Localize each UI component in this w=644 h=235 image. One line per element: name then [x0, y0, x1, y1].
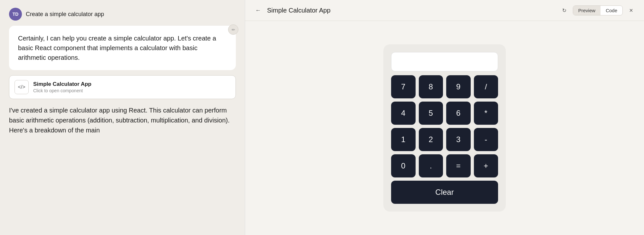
component-code-icon: </>	[14, 80, 29, 94]
chat-header: TD Create a simple calculator app ✏	[9, 8, 236, 21]
tab-code[interactable]: Code	[601, 6, 622, 15]
calc-btn-0[interactable]: 0	[391, 154, 416, 177]
calc-btn-8[interactable]: 8	[419, 75, 443, 98]
calculator: 7 8 9 / 4 5 6 * 1 2 3 - 0 . = + Clea	[383, 44, 506, 212]
calc-buttons: 7 8 9 / 4 5 6 * 1 2 3 - 0 . = + Clea	[391, 75, 498, 204]
panel-title: Simple Calculator App	[267, 7, 555, 14]
header-actions: ↻ Preview Code ×	[559, 5, 636, 15]
calc-btn-decimal[interactable]: .	[419, 154, 443, 177]
left-panel: TD Create a simple calculator app ✏ Cert…	[0, 0, 245, 235]
right-panel: ← Simple Calculator App ↻ Preview Code ×…	[245, 0, 644, 235]
edit-icon: ✏	[232, 27, 235, 32]
back-icon: ←	[255, 7, 261, 14]
calc-display	[391, 52, 498, 71]
tab-preview[interactable]: Preview	[573, 6, 601, 15]
calc-btn-9[interactable]: 9	[446, 75, 471, 98]
back-button[interactable]: ←	[253, 5, 263, 15]
right-header: ← Simple Calculator App ↻ Preview Code ×	[245, 0, 644, 21]
component-name: Simple Calculator App	[33, 81, 91, 87]
edit-button[interactable]: ✏	[228, 24, 238, 35]
calculator-container: 7 8 9 / 4 5 6 * 1 2 3 - 0 . = + Clea	[245, 21, 644, 235]
refresh-icon: ↻	[562, 7, 566, 14]
component-info: Simple Calculator App Click to open comp…	[33, 81, 91, 93]
calc-btn-4[interactable]: 4	[391, 102, 416, 125]
close-button[interactable]: ×	[626, 5, 636, 15]
close-icon: ×	[629, 7, 633, 14]
calc-btn-multiply[interactable]: *	[474, 102, 498, 125]
calc-btn-1[interactable]: 1	[391, 128, 416, 151]
calc-btn-divide[interactable]: /	[474, 75, 498, 98]
calc-btn-subtract[interactable]: -	[474, 128, 498, 151]
calc-btn-7[interactable]: 7	[391, 75, 416, 98]
tab-group: Preview Code	[573, 5, 623, 15]
calc-btn-add[interactable]: +	[474, 154, 498, 177]
calc-btn-6[interactable]: 6	[446, 102, 471, 125]
component-card[interactable]: </> Simple Calculator App Click to open …	[9, 75, 236, 99]
refresh-button[interactable]: ↻	[559, 5, 570, 15]
calc-btn-2[interactable]: 2	[419, 128, 443, 151]
message-bubble-1: Certainly, I can help you create a simpl…	[9, 26, 236, 70]
clear-button[interactable]: Clear	[391, 181, 498, 204]
calc-btn-5[interactable]: 5	[419, 102, 443, 125]
avatar: TD	[9, 8, 22, 21]
chat-title: Create a simple calculator app	[26, 11, 104, 18]
message-text-2: I've created a simple calculator app usi…	[9, 105, 236, 135]
component-subtitle: Click to open component	[33, 88, 91, 93]
message-text-1: Certainly, I can help you create a simpl…	[18, 35, 216, 61]
calc-btn-3[interactable]: 3	[446, 128, 471, 151]
calc-btn-equals[interactable]: =	[446, 154, 471, 177]
